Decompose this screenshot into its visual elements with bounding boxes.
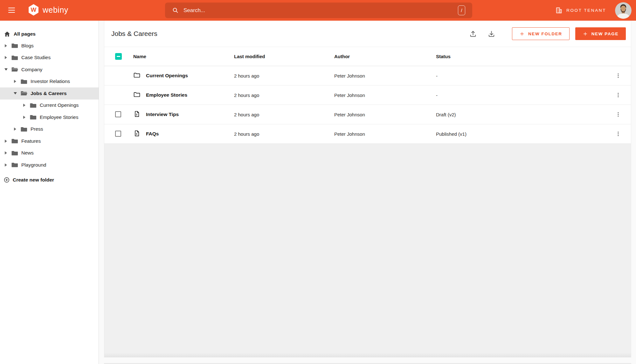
folder-open-icon	[20, 90, 28, 97]
sidebar-item-current-openings[interactable]: Current Openings	[0, 100, 99, 112]
row-name[interactable]: Interview Tips	[146, 112, 234, 117]
sidebar-item-playground[interactable]: Playground	[0, 159, 99, 171]
sidebar-item-jobs-careers[interactable]: Jobs & Careers	[0, 87, 99, 100]
chevron-right-icon[interactable]	[22, 104, 26, 107]
row-checkbox[interactable]	[115, 131, 121, 137]
folder-closed-icon	[11, 54, 18, 61]
row-status: Published (v1)	[436, 131, 611, 137]
search-bar[interactable]: /	[165, 3, 472, 18]
sidebar-item-label: Press	[31, 126, 43, 132]
page-file-icon	[133, 130, 141, 137]
row-status: -	[436, 93, 611, 98]
table-header-row: Name Last modified Author Status	[104, 47, 631, 66]
sidebar-item-case-studies[interactable]: Case Studies	[0, 52, 99, 64]
all-pages-label: All pages	[14, 31, 36, 37]
folder-closed-icon	[30, 113, 37, 121]
sidebar-item-label: Case Studies	[21, 55, 51, 60]
chevron-right-icon[interactable]	[13, 127, 17, 131]
row-author: Peter Johnson	[334, 112, 436, 117]
chevron-down-icon[interactable]	[13, 92, 17, 94]
webiny-logo[interactable]: W webiny	[28, 4, 68, 16]
table-row[interactable]: Interview Tips 2 hours ago Peter Johnson…	[104, 105, 631, 124]
hamburger-menu-icon[interactable]	[8, 7, 15, 14]
column-header-name: Name	[133, 54, 234, 59]
tenant-selector[interactable]: ROOT TENANT	[555, 7, 606, 14]
new-folder-button[interactable]: NEW FOLDER	[512, 27, 570, 40]
user-avatar[interactable]	[615, 2, 632, 19]
sidebar-item-label: Company	[21, 67, 42, 72]
row-menu-button[interactable]	[613, 90, 624, 100]
sidebar-item-blogs[interactable]: Blogs	[0, 40, 99, 52]
sidebar-item-label: Investor Relations	[31, 79, 70, 84]
plus-icon	[583, 31, 588, 37]
chevron-right-icon[interactable]	[4, 56, 8, 59]
sidebar-item-label: Features	[21, 138, 41, 144]
row-menu-button[interactable]	[613, 109, 624, 120]
plus-icon	[519, 31, 525, 37]
chevron-right-icon[interactable]	[13, 80, 17, 83]
kebab-icon	[615, 92, 621, 98]
row-status: Draft (v2)	[436, 112, 611, 117]
folder-icon	[133, 72, 141, 79]
row-author: Peter Johnson	[334, 73, 436, 79]
chevron-right-icon[interactable]	[4, 140, 8, 143]
sidebar-item-press[interactable]: Press	[0, 123, 99, 135]
row-author: Peter Johnson	[334, 93, 436, 98]
avatar-photo	[615, 2, 632, 19]
webiny-hexagon-icon: W	[28, 4, 39, 16]
create-new-folder-button[interactable]: Create new folder	[0, 174, 54, 186]
sidebar-item-label: Blogs	[21, 43, 34, 49]
table-row[interactable]: Employee Stories 2 hours ago Peter Johns…	[104, 86, 631, 105]
sidebar-item-news[interactable]: News	[0, 147, 99, 159]
kebab-icon	[615, 72, 621, 79]
sidebar-item-investor-relations[interactable]: Investor Relations	[0, 76, 99, 88]
sidebar-item-label: Employee Stories	[40, 114, 78, 120]
chevron-right-icon[interactable]	[4, 44, 8, 47]
upload-icon	[469, 30, 477, 38]
download-icon	[487, 30, 495, 38]
row-last-modified: 2 hours ago	[234, 73, 334, 79]
row-name[interactable]: FAQs	[146, 131, 234, 137]
create-new-folder-label: Create new folder	[13, 177, 54, 183]
sidebar-item-employee-stories[interactable]: Employee Stories	[0, 111, 99, 123]
chevron-right-icon[interactable]	[4, 151, 8, 155]
sidebar-item-label: Playground	[21, 162, 46, 168]
top-app-bar: W webiny / ROOT TENANT	[0, 0, 636, 21]
row-checkbox[interactable]	[115, 111, 121, 117]
all-pages-item[interactable]: All pages	[0, 28, 99, 40]
search-input[interactable]	[183, 7, 458, 14]
page-browser-panel: Jobs & Careers NEW FOLDER NEW PAGE Name …	[104, 21, 631, 357]
export-button[interactable]	[467, 28, 479, 39]
folder-closed-icon	[11, 161, 18, 168]
select-all-checkbox[interactable]	[115, 53, 122, 60]
row-menu-button[interactable]	[613, 70, 624, 81]
import-button[interactable]	[486, 28, 497, 39]
chevron-right-icon[interactable]	[4, 163, 8, 167]
sidebar-item-label: Current Openings	[40, 102, 79, 108]
folder-icon	[133, 91, 141, 98]
row-last-modified: 2 hours ago	[234, 131, 334, 137]
home-icon	[4, 31, 10, 38]
row-status: -	[436, 73, 611, 79]
search-icon	[172, 7, 179, 14]
page-title: Jobs & Careers	[111, 30, 157, 38]
table-row[interactable]: Current Openings 2 hours ago Peter Johns…	[104, 66, 631, 86]
row-author: Peter Johnson	[334, 131, 436, 137]
row-name[interactable]: Employee Stories	[146, 92, 234, 98]
column-header-status: Status	[436, 54, 611, 59]
folder-closed-icon	[20, 78, 28, 85]
page-file-icon	[133, 110, 141, 118]
brand-wordmark: webiny	[43, 5, 68, 15]
row-menu-button[interactable]	[613, 128, 624, 139]
sidebar-item-company[interactable]: Company	[0, 64, 99, 76]
table-row[interactable]: FAQs 2 hours ago Peter Johnson Published…	[104, 124, 631, 144]
new-page-button[interactable]: NEW PAGE	[575, 27, 626, 40]
sidebar-item-features[interactable]: Features	[0, 135, 99, 147]
folder-closed-icon	[11, 42, 18, 49]
kebab-icon	[615, 111, 621, 118]
row-name[interactable]: Current Openings	[146, 73, 234, 79]
chevron-down-icon[interactable]	[4, 68, 8, 71]
content-footer-bar	[104, 357, 631, 364]
row-last-modified: 2 hours ago	[234, 112, 334, 117]
chevron-right-icon[interactable]	[22, 116, 26, 119]
